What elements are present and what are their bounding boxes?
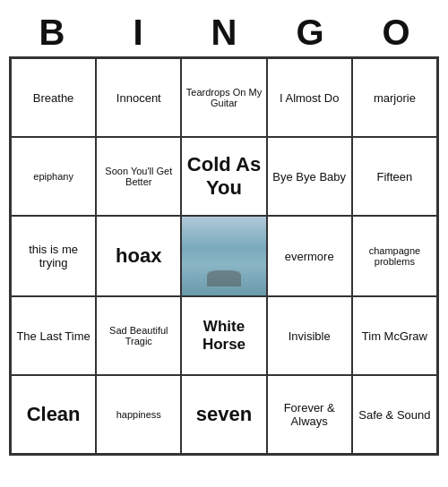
cell-text-18: Invisible bbox=[289, 329, 331, 343]
bingo-cell-6: Soon You'll Get Better bbox=[96, 137, 181, 216]
cell-text-13: evermore bbox=[285, 250, 334, 263]
header-g: G bbox=[267, 9, 353, 56]
cell-text-9: Fifteen bbox=[377, 170, 413, 184]
cell-text-6: Soon You'll Get Better bbox=[100, 166, 177, 187]
cell-text-8: Bye Bye Baby bbox=[272, 170, 346, 184]
bingo-cell-12 bbox=[181, 216, 266, 296]
bingo-cell-3: I Almost Do bbox=[267, 58, 352, 137]
bingo-cell-20: Clean bbox=[11, 375, 96, 454]
cell-text-11: hoax bbox=[116, 244, 161, 268]
cell-text-19: Tim McGraw bbox=[362, 329, 427, 343]
cell-text-24: Safe & Sound bbox=[358, 408, 430, 422]
cell-image bbox=[182, 217, 265, 295]
cell-text-15: The Last Time bbox=[16, 329, 90, 343]
cell-text-0: Breathe bbox=[33, 91, 74, 105]
bingo-cell-10: this is me trying bbox=[11, 216, 96, 296]
bingo-cell-1: Innocent bbox=[96, 58, 181, 137]
cell-text-22: seven bbox=[196, 403, 252, 426]
bingo-cell-17: White Horse bbox=[181, 296, 266, 375]
bingo-cell-2: Teardrops On My Guitar bbox=[181, 58, 266, 137]
bingo-cell-14: champagne problems bbox=[352, 216, 437, 296]
header-i: I bbox=[95, 9, 181, 56]
bingo-cell-23: Forever & Always bbox=[267, 375, 352, 454]
bingo-cell-0: Breathe bbox=[11, 58, 96, 137]
header-n: N bbox=[181, 9, 267, 56]
bingo-cell-7: Cold As You bbox=[181, 137, 266, 216]
cell-text-2: Teardrops On My Guitar bbox=[185, 87, 262, 108]
bingo-cell-18: Invisible bbox=[267, 296, 352, 375]
cell-text-10: this is me trying bbox=[15, 243, 91, 269]
cell-text-3: I Almost Do bbox=[280, 91, 339, 105]
cell-text-16: Sad Beautiful Tragic bbox=[100, 325, 177, 346]
bingo-cell-11: hoax bbox=[96, 216, 181, 296]
cell-text-20: Clean bbox=[27, 403, 81, 426]
bingo-cell-24: Safe & Sound bbox=[352, 375, 437, 454]
bingo-cell-21: happiness bbox=[96, 375, 181, 454]
bingo-cell-4: marjorie bbox=[352, 58, 437, 137]
bingo-grid: BreatheInnocentTeardrops On My GuitarI A… bbox=[9, 56, 439, 456]
bingo-cell-15: The Last Time bbox=[11, 296, 96, 375]
cell-text-14: champagne problems bbox=[357, 245, 433, 267]
bingo-cell-8: Bye Bye Baby bbox=[267, 137, 352, 216]
header-b: B bbox=[9, 9, 95, 56]
cell-text-5: epiphany bbox=[33, 171, 73, 182]
bingo-cell-16: Sad Beautiful Tragic bbox=[96, 296, 181, 375]
cell-text-1: Innocent bbox=[116, 91, 161, 105]
bingo-cell-9: Fifteen bbox=[352, 137, 437, 216]
bingo-cell-19: Tim McGraw bbox=[352, 296, 437, 375]
bingo-cell-22: seven bbox=[181, 375, 266, 454]
bingo-cell-5: epiphany bbox=[11, 137, 96, 216]
cell-text-21: happiness bbox=[116, 409, 161, 420]
cell-text-17: White Horse bbox=[185, 318, 262, 354]
cell-text-7: Cold As You bbox=[185, 153, 262, 200]
bingo-header: B I N G O bbox=[9, 9, 439, 56]
bingo-cell-13: evermore bbox=[267, 216, 352, 296]
header-o: O bbox=[353, 9, 439, 56]
cell-text-23: Forever & Always bbox=[271, 401, 348, 428]
cell-text-4: marjorie bbox=[374, 91, 416, 105]
